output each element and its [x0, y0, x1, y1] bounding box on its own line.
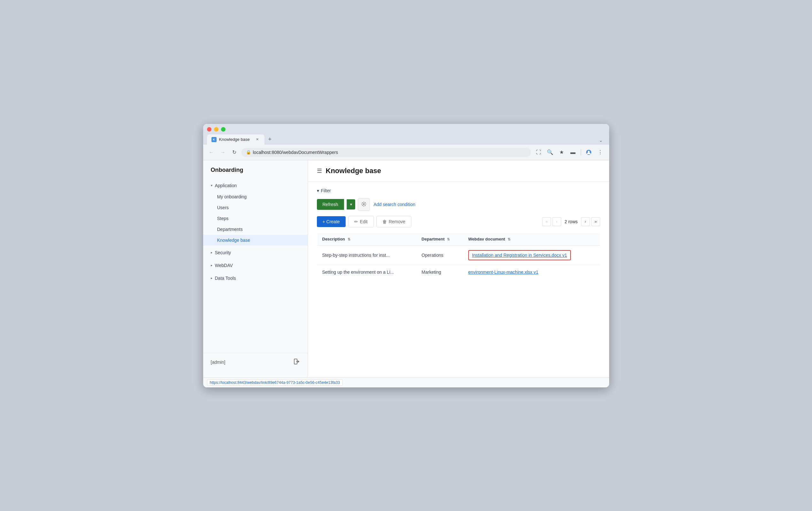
back-button[interactable]: ←: [207, 148, 216, 157]
chevron-right-icon-2: ▸: [211, 264, 212, 267]
sidebar-title: Onboarding: [203, 167, 308, 180]
table-body: Step-by-step instructions for inst... Op…: [317, 245, 600, 279]
edit-icon: ✏: [354, 219, 358, 224]
rows-count: 2 rows: [564, 219, 578, 224]
filter-label: Filter: [321, 188, 331, 193]
sidebar-sub-item-steps-label: Steps: [217, 216, 229, 221]
profile-button[interactable]: [584, 147, 594, 157]
cell-description-2: Setting up the environment on a Li...: [317, 265, 416, 279]
sidebar-security-section: ▸ Security: [203, 247, 308, 259]
address-text: localhost:8080/webdavDocumentWrappers: [253, 150, 338, 155]
chevron-down-icon: ▾: [211, 184, 212, 187]
crud-bar: + Create ✏ Edit 🗑 Remove « ‹ 2 rows: [317, 216, 600, 228]
sidebar-item-my-onboarding[interactable]: My onboarding: [203, 191, 308, 202]
new-tab-button[interactable]: +: [266, 134, 274, 145]
traffic-lights: [207, 127, 605, 131]
reload-button[interactable]: ↻: [230, 148, 239, 157]
trash-icon: 🗑: [382, 219, 387, 224]
extensions-button[interactable]: ▬: [568, 147, 578, 157]
cell-department-2: Marketing: [416, 265, 463, 279]
tab-expand-button[interactable]: ⌄: [597, 136, 605, 145]
cell-department-1: Operations: [416, 245, 463, 265]
sidebar-sub-item-users-label: Users: [217, 205, 229, 210]
webdav-link-2[interactable]: environment-Linux-machine.xlsx v1: [468, 270, 538, 275]
remove-button[interactable]: 🗑 Remove: [376, 216, 411, 228]
edit-label: Edit: [360, 219, 368, 224]
page-title: Knowledge base: [326, 167, 381, 175]
sidebar-item-departments[interactable]: Departments: [203, 224, 308, 235]
next-page-button[interactable]: ›: [581, 217, 590, 226]
sidebar-item-application[interactable]: ▾ Application: [203, 180, 308, 191]
status-url: https://localhost:8443/webdav/link/89e67…: [207, 380, 343, 386]
sidebar-item-webdav[interactable]: ▸ WebDAV: [203, 260, 308, 271]
table-row-2: Setting up the environment on a Li... Ma…: [317, 265, 600, 279]
sidebar-item-security-label: Security: [215, 250, 231, 255]
maximize-traffic-light[interactable]: [221, 127, 226, 131]
prev-page-button[interactable]: ‹: [552, 217, 561, 226]
sidebar-webdav-section: ▸ WebDAV: [203, 260, 308, 271]
lock-icon: 🔒: [246, 150, 251, 155]
sidebar-data-tools-section: ▸ Data Tools: [203, 272, 308, 284]
sidebar-sub-item-my-onboarding-label: My onboarding: [217, 194, 247, 199]
zoom-button[interactable]: 🔍: [545, 147, 555, 157]
webdav-link-1[interactable]: Installation and Registration in Service…: [468, 250, 571, 260]
chevron-down-filter-icon: ▾: [317, 188, 319, 193]
more-options-button[interactable]: ⋮: [595, 147, 605, 157]
table-row: Step-by-step instructions for inst... Op…: [317, 245, 600, 265]
col-webdav-document[interactable]: Webdav document ⇅: [463, 233, 600, 245]
screen-capture-button[interactable]: ⛶: [533, 147, 544, 157]
filter-section: ▾ Filter: [317, 188, 600, 193]
bookmark-button[interactable]: ★: [556, 147, 567, 157]
sidebar-item-application-label: Application: [215, 183, 237, 188]
tab-close-button[interactable]: ✕: [255, 137, 260, 142]
col-description[interactable]: Description ⇅: [317, 233, 416, 245]
first-page-button[interactable]: «: [542, 217, 551, 226]
sidebar-item-data-tools[interactable]: ▸ Data Tools: [203, 272, 308, 284]
active-tab[interactable]: K Knowledge base ✕: [207, 134, 264, 145]
col-department[interactable]: Department ⇅: [416, 233, 463, 245]
table-header: Description ⇅ Department ⇅ Webdav docume…: [317, 233, 600, 245]
settings-button[interactable]: [358, 198, 370, 211]
cell-webdav-1: Installation and Registration in Service…: [463, 245, 600, 265]
chevron-right-icon-3: ▸: [211, 276, 212, 280]
col-description-label: Description: [322, 237, 345, 241]
browser-toolbar-icons: ⛶ 🔍 ★ ▬ ⋮: [533, 147, 605, 157]
sort-webdav-icon: ⇅: [508, 237, 511, 241]
sidebar-item-steps[interactable]: Steps: [203, 213, 308, 224]
status-bar: https://localhost:8443/webdav/link/89e67…: [203, 378, 609, 387]
cell-webdav-2: environment-Linux-machine.xlsx v1: [463, 265, 600, 279]
sidebar-sub-item-departments-label: Departments: [217, 227, 243, 232]
tab-title: Knowledge base: [219, 137, 252, 142]
refresh-dropdown-button[interactable]: ▾: [347, 199, 355, 210]
cell-description-1: Step-by-step instructions for inst...: [317, 245, 416, 265]
sort-description-icon: ⇅: [348, 237, 350, 241]
forward-button[interactable]: →: [219, 148, 227, 157]
tab-favicon: K: [211, 137, 216, 142]
create-button[interactable]: + Create: [317, 216, 346, 227]
sort-department-icon: ⇅: [447, 237, 450, 241]
chevron-right-icon: ▸: [211, 251, 212, 254]
sidebar-item-security[interactable]: ▸ Security: [203, 247, 308, 259]
sidebar-sub-item-knowledge-base-label: Knowledge base: [217, 238, 251, 243]
sidebar-item-webdav-label: WebDAV: [215, 263, 233, 268]
toolbar-separator: [581, 149, 581, 155]
add-search-condition-button[interactable]: Add search condition: [373, 199, 417, 210]
hamburger-icon[interactable]: ☰: [317, 167, 322, 174]
tab-bar: K Knowledge base ✕ + ⌄: [207, 134, 605, 145]
edit-button[interactable]: ✏ Edit: [348, 216, 374, 228]
address-bar: ← → ↻ 🔒 localhost:8080/webdavDocumentWra…: [203, 145, 609, 160]
col-department-label: Department: [422, 237, 445, 241]
filter-toggle[interactable]: ▾ Filter: [317, 188, 600, 193]
refresh-button[interactable]: Refresh: [317, 199, 344, 210]
remove-label: Remove: [389, 219, 405, 224]
logout-button[interactable]: [294, 358, 300, 366]
sidebar-item-knowledge-base[interactable]: Knowledge base: [203, 235, 308, 246]
data-table: Description ⇅ Department ⇅ Webdav docume…: [317, 233, 600, 279]
address-input[interactable]: 🔒 localhost:8080/webdavDocumentWrappers: [241, 148, 531, 157]
last-page-button[interactable]: »: [591, 217, 600, 226]
table-header-row: Description ⇅ Department ⇅ Webdav docume…: [317, 233, 600, 245]
sidebar-item-users[interactable]: Users: [203, 202, 308, 213]
minimize-traffic-light[interactable]: [214, 127, 219, 131]
sidebar-item-data-tools-label: Data Tools: [215, 276, 236, 281]
close-traffic-light[interactable]: [207, 127, 211, 131]
